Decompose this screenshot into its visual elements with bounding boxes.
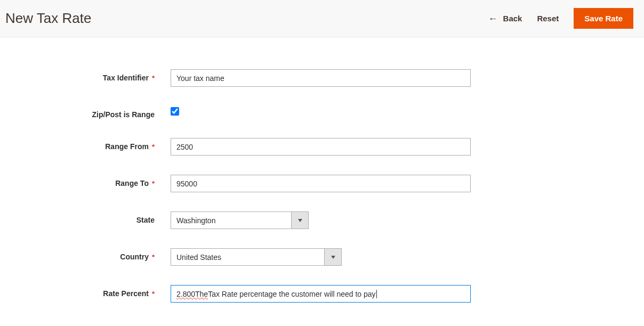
label-state: State	[0, 211, 171, 224]
field-tax-identifier: Tax Identifier *	[0, 69, 644, 87]
state-dropdown-button[interactable]	[291, 211, 309, 229]
chevron-down-icon	[298, 219, 302, 222]
range-to-input[interactable]	[171, 175, 471, 192]
country-select-value: United States	[171, 248, 324, 266]
zip-range-checkbox[interactable]	[171, 107, 179, 116]
country-select[interactable]: United States	[171, 248, 471, 266]
page-title: New Tax Rate	[5, 10, 91, 27]
label-range-from: Range From *	[0, 138, 171, 151]
required-star-icon: *	[152, 253, 155, 261]
range-from-input[interactable]	[171, 138, 471, 156]
label-tax-identifier: Tax Identifier *	[0, 69, 171, 82]
back-button[interactable]: ← Back	[488, 14, 522, 23]
page-header: New Tax Rate ← Back Reset Save Rate	[0, 0, 644, 37]
save-rate-button[interactable]: Save Rate	[574, 8, 633, 29]
required-star-icon: *	[152, 143, 155, 151]
field-country: Country * United States	[0, 248, 644, 266]
tax-identifier-input[interactable]	[171, 69, 471, 87]
rate-percent-prefix: 2.800The	[176, 290, 208, 298]
field-state: State Washington	[0, 211, 644, 229]
back-label: Back	[503, 14, 522, 23]
header-actions: ← Back Reset Save Rate	[488, 8, 633, 29]
rate-percent-input[interactable]: 2.800The Tax Rate percentage the custome…	[171, 285, 471, 303]
required-star-icon: *	[152, 180, 155, 188]
field-range-to: Range To *	[0, 175, 644, 192]
label-range-to: Range To *	[0, 175, 171, 188]
form-area: Tax Identifier * Zip/Post is Range Range…	[0, 37, 644, 326]
required-star-icon: *	[152, 290, 155, 298]
state-select[interactable]: Washington	[171, 211, 471, 229]
state-select-value: Washington	[171, 211, 291, 229]
required-star-icon: *	[152, 74, 155, 82]
rate-percent-rest: Tax Rate percentage the customer will ne…	[208, 290, 375, 298]
label-country: Country *	[0, 248, 171, 261]
field-range-from: Range From *	[0, 138, 644, 156]
chevron-down-icon	[331, 256, 335, 259]
country-dropdown-button[interactable]	[324, 248, 342, 266]
label-zip-range: Zip/Post is Range	[0, 106, 171, 119]
reset-button[interactable]: Reset	[537, 14, 559, 23]
arrow-left-icon: ←	[488, 14, 498, 23]
field-rate-percent: Rate Percent * 2.800The Tax Rate percent…	[0, 285, 644, 303]
field-zip-range: Zip/Post is Range	[0, 106, 644, 119]
label-rate-percent: Rate Percent *	[0, 285, 171, 298]
